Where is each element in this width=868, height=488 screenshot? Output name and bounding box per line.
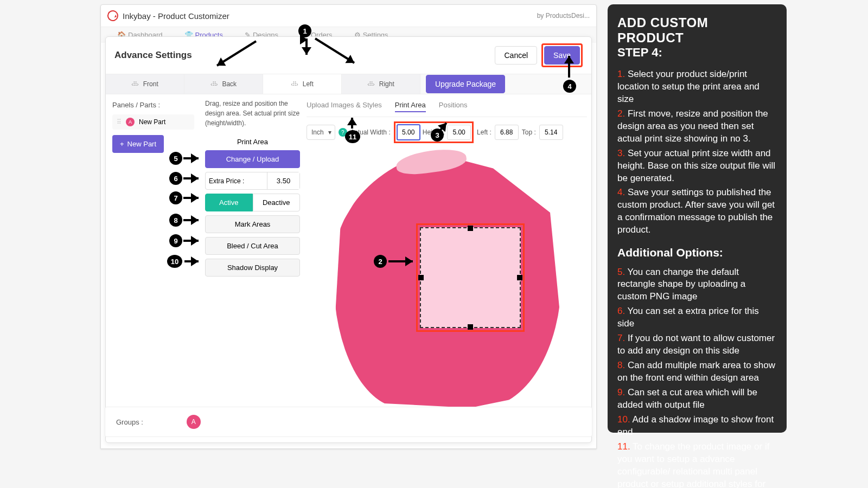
annotation-8: 8 (169, 214, 182, 227)
deactive-button[interactable]: Deactive (253, 194, 301, 211)
resize-handle-bottom[interactable] (468, 324, 473, 330)
annotation-arrow-11 (351, 118, 353, 129)
groups-label: Groups : (116, 418, 143, 426)
annotation-2: 2 (374, 255, 387, 268)
annotation-3: 3 (431, 129, 444, 142)
subtab-print-area[interactable]: Print Area (395, 101, 426, 112)
new-part-button[interactable]: + New Part (112, 135, 164, 153)
annotation-arrow-1-down (305, 38, 308, 55)
side-tab-front[interactable]: ‹ ⠿ ›Front (106, 74, 184, 94)
annotation-4: 4 (563, 80, 576, 93)
annotation-arrow-5 (183, 157, 199, 159)
annotation-7: 7 (169, 191, 182, 204)
modal-title: Advance Settings (114, 50, 192, 61)
hint-text: Drag, resize and position the design are… (205, 99, 300, 128)
brand-byline: by ProductsDesi... (537, 12, 590, 20)
width-input[interactable] (397, 124, 420, 140)
help-step: STEP 4: (617, 46, 777, 60)
print-area-heading: Print Area (205, 133, 300, 150)
left-label: Left : (477, 129, 492, 136)
extra-price-label: Extra Price : (206, 177, 267, 185)
part-name: New Part (139, 118, 165, 126)
brand-logo-icon (106, 9, 120, 23)
side-tab-left[interactable]: ‹ ⠿ ›Left (263, 74, 342, 94)
center-panel: Drag, resize and position the design are… (201, 94, 591, 442)
save-highlight: Save (541, 43, 583, 67)
save-button[interactable]: Save (544, 46, 580, 65)
app-brand: Inkybay - Product Customizer (107, 10, 229, 21)
resize-handle-right[interactable] (517, 275, 522, 280)
annotation-9: 9 (169, 234, 182, 247)
plus-icon: + (120, 140, 124, 148)
annotation-arrow-7 (183, 197, 199, 199)
height-input[interactable] (447, 125, 471, 140)
design-area-highlight (416, 223, 525, 332)
subtab-positions[interactable]: Positions (439, 101, 468, 112)
active-button[interactable]: Active (205, 194, 253, 211)
extra-price-input[interactable] (267, 172, 299, 189)
bleed-cut-area-button[interactable]: Bleed / Cut Area (205, 237, 300, 255)
left-input[interactable] (495, 125, 519, 140)
help-additional-heading: Additional Options: (617, 245, 777, 260)
annotation-arrow-8 (183, 219, 199, 221)
app-header: Inkybay - Product Customizer by Products… (101, 5, 596, 27)
annotation-arrow-6 (183, 177, 199, 179)
modal-header: Advance Settings Cancel Save (106, 37, 591, 74)
drag-icon: ‹ ⠿ › (131, 81, 137, 88)
help-body: 1. Select your product side/print locati… (617, 68, 777, 488)
mark-areas-button[interactable]: Mark Areas (205, 215, 300, 233)
resize-handle-top[interactable] (468, 226, 473, 231)
side-tab-back[interactable]: ‹ ⠿ ›Back (184, 74, 263, 94)
drag-icon: ‹ ⠿ › (210, 81, 216, 88)
drag-icon: ‹ ⠿ › (291, 81, 297, 88)
part-row[interactable]: ⠿ A New Part (112, 114, 194, 130)
part-badge: A (126, 118, 135, 126)
side-tabs: ‹ ⠿ ›Front ‹ ⠿ ›Back ‹ ⠿ ›Left ‹ ⠿ ›Righ… (106, 74, 591, 94)
annotation-arrow-4 (568, 56, 570, 78)
annotation-11: 11 (345, 130, 360, 143)
top-input[interactable] (539, 125, 563, 140)
annotation-arrow-9 (183, 240, 199, 242)
help-panel: ADD CUSTOM PRODUCT STEP 4: 1. Select you… (608, 4, 787, 433)
top-label: Top : (522, 129, 536, 136)
active-toggle: Active Deactive (205, 194, 300, 211)
app-window: Inkybay - Product Customizer by Products… (100, 4, 597, 449)
group-badge-a[interactable]: A (187, 415, 201, 429)
brand-name: Inkybay - Product Customizer (123, 11, 229, 21)
annotation-10: 10 (167, 255, 182, 268)
upgrade-package-button[interactable]: Upgrade Package (426, 75, 505, 93)
unit-select[interactable]: Inch (307, 125, 335, 140)
extra-price-row: Extra Price : (205, 172, 300, 190)
help-title: ADD CUSTOM PRODUCT (617, 15, 777, 46)
panels-label: Panels / Parts : (112, 101, 194, 109)
canvas-column: Upload Images & Styles Print Area Positi… (307, 99, 587, 438)
drag-dots-icon: ⠿ (117, 118, 122, 126)
panels-sidebar: Panels / Parts : ⠿ A New Part + New Part (106, 94, 201, 442)
annotation-5: 5 (169, 152, 182, 165)
annotation-arrow-10 (184, 260, 199, 262)
resize-handle-left[interactable] (418, 275, 424, 280)
annotation-6: 6 (169, 172, 182, 185)
change-upload-button[interactable]: Change / Upload (205, 150, 300, 168)
annotation-arrow-2 (388, 260, 413, 262)
mockup-canvas[interactable] (307, 147, 587, 438)
config-column: Drag, resize and position the design are… (205, 99, 300, 438)
groups-footer: Groups : A (105, 407, 592, 437)
subtab-upload-images[interactable]: Upload Images & Styles (307, 101, 382, 112)
modal-body: Panels / Parts : ⠿ A New Part + New Part… (106, 94, 591, 442)
design-area[interactable] (420, 227, 521, 328)
cancel-button[interactable]: Cancel (495, 46, 537, 65)
drag-icon: ‹ ⠿ › (367, 81, 373, 88)
side-tab-right[interactable]: ‹ ⠿ ›Right (342, 74, 420, 94)
shadow-display-button[interactable]: Shadow Display (205, 259, 300, 277)
